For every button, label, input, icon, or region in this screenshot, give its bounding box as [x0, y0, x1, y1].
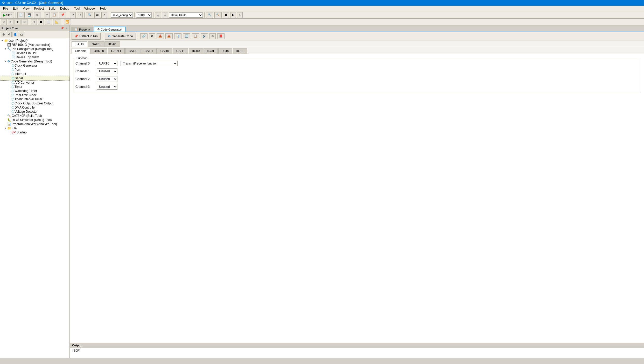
- tree-item-startup[interactable]: S✕ Startup: [0, 130, 69, 134]
- tab-code-generator[interactable]: ⚙ Code Generator*: [94, 27, 126, 32]
- tree-item-serial[interactable]: ⬡ Serial: [0, 76, 69, 81]
- tree-item-program-analyzer[interactable]: 📊 Program Analyzer (Analyze Tool): [0, 122, 69, 126]
- action-btn3[interactable]: 📥: [157, 33, 164, 39]
- tree-item-pin-configurator[interactable]: ▼ 🔧 Pin Configurator (Design Tool): [0, 47, 69, 51]
- action-btn5[interactable]: 📊: [174, 33, 181, 39]
- tree-item-clock-output[interactable]: ⬡ Clock Output/Buzzer Output: [0, 101, 69, 105]
- save-all-button[interactable]: 🗂: [34, 12, 40, 18]
- channel-3-select[interactable]: Unused UART1 CSI11: [97, 84, 117, 90]
- channel-tab-iic01[interactable]: IIC01: [204, 48, 218, 54]
- generate-code-button[interactable]: ⚙ Generate Code: [105, 33, 136, 40]
- tree-item-device-top-view[interactable]: 📄 Device Top View: [0, 55, 69, 59]
- t2-btn6[interactable]: ◼: [38, 19, 44, 25]
- find-button[interactable]: 🔍: [86, 12, 93, 18]
- redo-button[interactable]: ↪: [77, 12, 83, 18]
- pin-button[interactable]: 📌: [60, 27, 64, 30]
- tree-toolbar-btn4[interactable]: 🗂: [19, 32, 24, 37]
- run-btn[interactable]: ▶: [230, 12, 236, 18]
- menu-help[interactable]: Help: [98, 6, 109, 11]
- channel-0-function-select[interactable]: Transmit/receive function Transmit funct…: [121, 61, 178, 66]
- run2-btn[interactable]: ▷: [237, 12, 243, 18]
- t2-btn3[interactable]: ⊕: [15, 19, 20, 25]
- channel-0-select[interactable]: UART0 Unused CSI00: [97, 61, 117, 66]
- menu-debug[interactable]: Debug: [58, 6, 71, 11]
- menu-edit[interactable]: Edit: [11, 6, 20, 11]
- channel-2-select[interactable]: Unused UART1 CSI10: [97, 76, 117, 82]
- copy-button[interactable]: 📋: [51, 12, 58, 18]
- new-button[interactable]: 📄: [17, 12, 25, 18]
- tree-item-watchdog[interactable]: ⬡ Watchdog Timer: [0, 89, 69, 93]
- build-select[interactable]: DefaultBuild: [169, 12, 203, 18]
- close-panel-button[interactable]: ✕: [65, 27, 68, 30]
- btn-b2[interactable]: ⊟: [162, 12, 168, 18]
- t2-btn4[interactable]: ⊖: [22, 19, 27, 25]
- btn-b1[interactable]: ⊞: [155, 12, 161, 18]
- channel-tab-uart1[interactable]: UART1: [108, 48, 125, 54]
- t2-btn1[interactable]: ◁: [1, 19, 7, 25]
- channel-tab-iic00[interactable]: IIC00: [189, 48, 203, 54]
- channel-tab-uart0[interactable]: UART0: [90, 48, 107, 54]
- stop-btn[interactable]: ⏹: [223, 12, 229, 18]
- channel-tab-iic11[interactable]: IIC11: [233, 48, 247, 54]
- menu-tool[interactable]: Tool: [72, 6, 82, 11]
- paste-button[interactable]: 📌: [59, 12, 66, 18]
- tree-item-rtc[interactable]: ⬡ Real-time Clock: [0, 93, 69, 97]
- tree-item-ca78k0r[interactable]: 🔨 CA78K0R (Build Tool): [0, 114, 69, 118]
- action-btn6[interactable]: 🔄: [183, 33, 190, 39]
- channel-tab-csi10[interactable]: CSI10: [157, 48, 172, 54]
- action-btn7[interactable]: 📋: [192, 33, 199, 39]
- action-btn9[interactable]: ⚙: [209, 33, 216, 39]
- tree-item-code-generator[interactable]: ▼ ⚙ Code Generator (Design Tool): [0, 59, 69, 63]
- menu-file[interactable]: File: [1, 6, 10, 11]
- tree-item-timer[interactable]: ⬡ Timer: [0, 85, 69, 89]
- tab-property[interactable]: 📋 Property: [71, 27, 93, 32]
- tree-toolbar-btn1[interactable]: ⚙: [1, 32, 6, 37]
- action-btn4[interactable]: 📤: [165, 33, 173, 39]
- tree-item-port[interactable]: ⬡ Port: [0, 68, 69, 72]
- tree-toolbar-btn3[interactable]: 👤: [12, 32, 18, 37]
- channel-tab-channel[interactable]: Channel: [72, 48, 90, 54]
- tree-item-interval-timer[interactable]: ⬡ 12-Bit Interval Timer: [0, 97, 69, 101]
- channel-tab-csi11[interactable]: CSI11: [173, 48, 188, 54]
- action-btn1[interactable]: 🔗: [140, 33, 148, 39]
- cut-button[interactable]: ✂: [44, 12, 50, 18]
- replace-button[interactable]: ⇄: [94, 12, 100, 18]
- tree-item-rl78-sim[interactable]: 🐛 RL78 Simulator (Debug Tool): [0, 118, 69, 122]
- reflect-in-pin-button[interactable]: 📌 Reflect in Pin: [72, 33, 101, 40]
- build-btn2[interactable]: 🔨: [214, 12, 222, 18]
- channel-tab-iic10[interactable]: IIC10: [218, 48, 233, 54]
- channel-tab-csi00[interactable]: CSI00: [125, 48, 141, 54]
- t2-btn2[interactable]: ▷: [8, 19, 13, 25]
- sau-tab-iica0[interactable]: IICA0: [104, 41, 120, 47]
- t2-btn5[interactable]: ◻: [31, 19, 37, 25]
- tree-item-device-pin-list[interactable]: 📄 Device Pin List: [0, 51, 69, 55]
- sau-tab-sau1[interactable]: SAU1: [88, 41, 104, 47]
- tree-item-user-project[interactable]: ▼ 📁 user (Project)*: [0, 39, 69, 43]
- channel-tab-csi01[interactable]: CSI01: [141, 48, 156, 54]
- start-button[interactable]: ▶ Start: [1, 12, 14, 18]
- tree-item-voltage[interactable]: ⬡ Voltage Detector: [0, 110, 69, 114]
- t2-btn8[interactable]: 📐: [53, 19, 60, 25]
- jump-button[interactable]: ↗: [101, 12, 107, 18]
- save-button[interactable]: 💾: [26, 12, 33, 18]
- channel-1-select[interactable]: Unused UART0 CSI00: [97, 68, 117, 74]
- tree-toolbar-btn2[interactable]: ↺: [7, 32, 12, 37]
- menu-project[interactable]: Project: [32, 6, 46, 11]
- action-btn10[interactable]: 📕: [217, 33, 225, 39]
- tree-item-dma[interactable]: ⬡ DMA Controller: [0, 105, 69, 110]
- menu-window[interactable]: Window: [82, 6, 97, 11]
- action-btn8[interactable]: 🔊: [201, 33, 208, 39]
- t2-btn9[interactable]: 🔁: [64, 19, 71, 25]
- tree-item-ad-converter[interactable]: ⬡ A/D Converter: [0, 81, 69, 85]
- sau-tab-sau0[interactable]: SAU0: [72, 41, 87, 47]
- t2-btn7[interactable]: ⬜: [45, 19, 52, 25]
- zoom-select[interactable]: 100%: [136, 12, 152, 18]
- config-select[interactable]: save_config: [111, 12, 133, 18]
- menu-view[interactable]: View: [21, 6, 32, 11]
- undo-button[interactable]: ↩: [70, 12, 76, 18]
- tree-item-clock-generator[interactable]: ⬡ Clock Generator: [0, 63, 69, 68]
- action-btn2[interactable]: ⇄: [149, 33, 155, 39]
- menu-build[interactable]: Build: [46, 6, 58, 11]
- tree-item-file[interactable]: ▼ 📁 File: [0, 126, 69, 130]
- build-btn1[interactable]: 🔧: [206, 12, 213, 18]
